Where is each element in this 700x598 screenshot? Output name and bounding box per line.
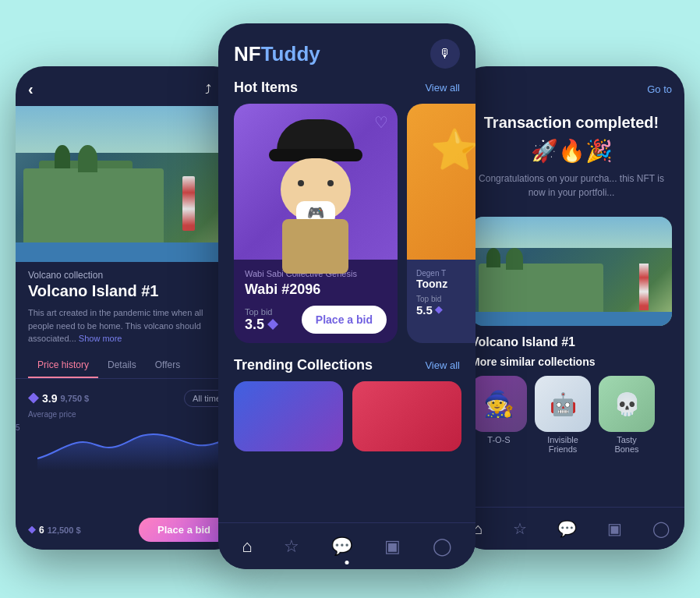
hot-items-header: Hot Items View all: [218, 76, 476, 104]
back-button[interactable]: ‹: [28, 80, 34, 98]
right-bottom-nav: ⌂ ☆ 💬 ▣ ◯: [458, 507, 684, 550]
price-row: 3.9 9,750 $ All time: [16, 387, 242, 410]
nav-chat[interactable]: 💬: [325, 530, 359, 563]
tab-price-history[interactable]: Price history: [28, 353, 98, 378]
purchased-island: [479, 264, 603, 318]
right-card: ‹ Go to Transaction completed! 🚀🔥🎉 Congr…: [458, 66, 684, 550]
wabi-name: Wabi #2096: [245, 281, 387, 298]
degen-bid-row: Top bid 5.5: [416, 295, 476, 317]
degen-bid-label: Top bid: [416, 295, 476, 303]
tab-details[interactable]: Details: [98, 353, 146, 378]
tab-row: Price history Details Offers: [16, 353, 242, 379]
trending-section: Trending Collections View all: [218, 343, 476, 451]
heart-icon[interactable]: ♡: [374, 113, 388, 132]
show-more-link[interactable]: Show more: [79, 334, 122, 343]
collection-label: Volcano collection: [16, 262, 242, 282]
degen-name: Toonz: [416, 278, 476, 290]
center-card: NFTuddy 🎙 Hot Items View all ♡: [218, 23, 476, 569]
avg-price-label: Average price: [16, 410, 242, 419]
similar-label-tos: T-O-S: [487, 435, 510, 444]
wabi-image: ♡ 🎮: [234, 104, 398, 260]
tree-1: [486, 248, 500, 267]
nav-home[interactable]: ⌂: [235, 530, 258, 563]
view-all-hot[interactable]: View all: [425, 82, 460, 94]
degen-card: ⭐ ♡ Degen T Toonz Top bid 5.5: [407, 104, 476, 343]
wabi-card: ♡ 🎮 Wabi Sa: [234, 104, 398, 343]
trending-title: Trending Collections: [234, 357, 373, 373]
trending-card-1[interactable]: [234, 381, 343, 451]
purchased-water: [471, 312, 672, 326]
usd-value: 9,750 $: [60, 394, 89, 403]
similar-item-tasty[interactable]: 💀 TastyBones: [599, 376, 655, 454]
chart-area: 5: [16, 423, 242, 486]
trending-card-2[interactable]: [352, 381, 461, 451]
similar-item-invisible[interactable]: 🤖 InvisibleFriends: [535, 376, 591, 454]
transaction-desc: Congratulations on your purcha... this N…: [474, 172, 669, 200]
similar-title: More similar collections: [471, 356, 672, 368]
right-nav-star[interactable]: ☆: [513, 519, 527, 538]
right-nav-profile[interactable]: ◯: [652, 519, 670, 538]
similar-thumb-invisible: 🤖: [535, 376, 591, 432]
tab-offers[interactable]: Offers: [146, 353, 189, 378]
place-bid-button[interactable]: Place a bid: [302, 306, 387, 334]
bottom-price: 6 12,500 $: [28, 525, 81, 536]
nft-description: This art created in the pandemic time wh…: [16, 306, 242, 353]
similar-thumb-tos: 🧙: [471, 376, 527, 432]
purchased-nft-image: [471, 217, 672, 326]
eth-value: 3.9: [42, 392, 57, 405]
place-bid-button-left[interactable]: Place a bid: [139, 518, 229, 542]
price-eth: 3.9 9,750 $: [28, 392, 89, 405]
degen-info: Degen T Toonz Top bid 5.5: [407, 260, 476, 326]
wabi-top-bid-label: Top bid: [245, 307, 278, 317]
left-bottom-bar: 6 12,500 $ Place a bid: [16, 510, 242, 550]
tree-2: [506, 248, 523, 270]
go-to-link[interactable]: Go to: [647, 83, 672, 95]
app-title: NFTuddy: [234, 42, 320, 66]
right-header: ‹ Go to: [458, 66, 684, 106]
purchased-nft-title: Volcano Island #1: [458, 335, 684, 356]
chart-scale: 5: [16, 423, 20, 432]
bottom-nav: ⌂ ☆ 💬 ▣ ◯: [218, 522, 476, 569]
similar-label-invisible: InvisibleFriends: [547, 435, 578, 454]
left-card-header: ‹ ⤴ ⧉: [16, 66, 242, 106]
emoji-row: 🚀🔥🎉: [474, 138, 669, 164]
left-nft-image: ♡: [16, 106, 242, 262]
view-all-trending[interactable]: View all: [425, 359, 460, 371]
nav-star[interactable]: ☆: [278, 530, 306, 563]
hot-items-scroll: ♡ 🎮 Wabi Sa: [218, 104, 476, 343]
nav-wallet[interactable]: ▣: [378, 530, 407, 563]
nav-dot: [345, 561, 349, 564]
center-header: NFTuddy 🎙: [218, 23, 476, 76]
wabi-bid-row: Top bid 3.5 Place a bid: [245, 306, 387, 334]
degen-collection: Degen T: [416, 269, 476, 278]
trending-header: Trending Collections View all: [218, 354, 476, 381]
degen-bid-amount: 5.5: [416, 303, 476, 317]
left-card: ‹ ⤴ ⧉ ♡ Volcano collection Volcano Islan…: [16, 66, 242, 550]
wabi-character: 🎮: [265, 119, 366, 252]
transaction-completed: Transaction completed! 🚀🔥🎉 Congratulatio…: [458, 106, 684, 207]
app-title-nf: NF: [234, 42, 261, 65]
transaction-title: Transaction completed!: [474, 114, 669, 132]
trending-scroll: [218, 381, 476, 451]
similar-section: More similar collections 🧙 T-O-S 🤖 Invis…: [458, 356, 684, 454]
share-icon[interactable]: ⤴: [205, 83, 211, 97]
wabi-bid-info: Top bid 3.5: [245, 307, 278, 333]
app-title-tuddy: Tuddy: [261, 42, 320, 65]
wabi-bid-amount: 3.5: [245, 317, 278, 333]
similar-thumb-tasty: 💀: [599, 376, 655, 432]
purchased-lighthouse: [639, 264, 649, 310]
degen-image: ⭐ ♡: [407, 104, 476, 260]
nft-title: Volcano Island #1: [16, 282, 242, 306]
right-nav-wallet[interactable]: ▣: [607, 519, 622, 538]
eth-icon: [28, 393, 39, 404]
similar-label-tasty: TastyBones: [614, 435, 638, 454]
nav-profile[interactable]: ◯: [426, 530, 458, 563]
right-nav-chat[interactable]: 💬: [557, 519, 577, 538]
hot-items-title: Hot Items: [234, 80, 298, 96]
mic-button[interactable]: 🎙: [430, 39, 460, 69]
similar-items: 🧙 T-O-S 🤖 InvisibleFriends 💀 TastyBones: [471, 376, 672, 454]
similar-item-tos[interactable]: 🧙 T-O-S: [471, 376, 527, 454]
degen-star: ⭐: [430, 127, 476, 172]
wabi-body: [282, 219, 348, 274]
